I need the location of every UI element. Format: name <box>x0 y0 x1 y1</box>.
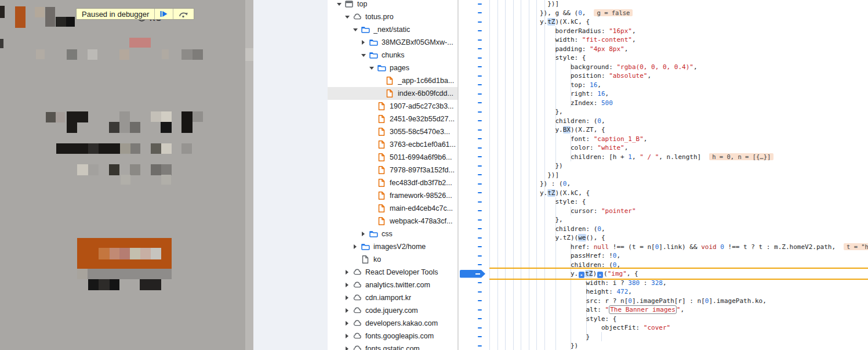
code-line[interactable]: children: (0, <box>540 225 868 234</box>
gutter-line-marker[interactable] <box>478 75 482 77</box>
gutter-line-marker[interactable] <box>478 174 482 175</box>
gutter-line-marker[interactable] <box>478 48 482 49</box>
tree-item-2451-9e32b55d27[interactable]: 2451-9e32b55d27... <box>328 113 457 125</box>
gutter-line-marker[interactable] <box>478 318 482 319</box>
code-line[interactable]: href: null !== (t = n[0].link) && void 0… <box>540 243 868 252</box>
tree-item-top[interactable]: top <box>328 0 457 10</box>
tree-item-pages[interactable]: pages <box>328 62 457 74</box>
gutter-line-marker[interactable] <box>478 201 482 203</box>
gutter-line-marker[interactable] <box>478 129 482 131</box>
tree-item-code-jquery-com[interactable]: code.jquery.com <box>328 304 457 317</box>
tree-item-main-ed4ceb4c7c[interactable]: main-ed4ceb4c7c... <box>328 202 457 215</box>
gutter-line-marker[interactable] <box>478 147 482 149</box>
code-line[interactable]: })] <box>540 171 868 180</box>
code-line[interactable]: height: 472, <box>540 287 868 297</box>
gutter-line-marker[interactable] <box>478 165 482 167</box>
gutter-line-marker[interactable] <box>478 228 482 229</box>
code-line[interactable]: zIndex: 500 <box>540 99 868 108</box>
code-line[interactable]: }) <box>540 341 868 350</box>
tree-item-app-1c66d1ba[interactable]: _app-1c66d1ba... <box>328 74 457 87</box>
tree-item-1907-ad5c27c3b3[interactable]: 1907-ad5c27c3b3... <box>328 100 457 113</box>
code-line[interactable]: }) : (0, <box>540 179 868 189</box>
code-line[interactable]: borderRadius: "16px", <box>540 27 868 36</box>
code-line[interactable]: } <box>540 333 868 342</box>
chevron-collapsed-icon[interactable] <box>343 321 351 326</box>
gutter-line-marker[interactable] <box>478 138 482 139</box>
chevron-expanded-icon[interactable] <box>351 28 359 31</box>
chevron-expanded-icon[interactable] <box>343 16 351 19</box>
chevron-expanded-icon[interactable] <box>359 54 367 57</box>
chevron-collapsed-icon[interactable] <box>359 232 367 236</box>
code-line[interactable]: })] <box>540 0 868 9</box>
tree-item-webpack-478a3cf[interactable]: webpack-478a3cf... <box>328 215 457 228</box>
code-line[interactable]: passHref: !0, <box>540 251 868 261</box>
code-line[interactable]: right: 16, <box>540 89 868 99</box>
tree-item-38mgzbxf05gmxw[interactable]: 38MGZBxf05GMxw-... <box>328 36 457 49</box>
code-line[interactable]: }), g && (0,g = false <box>540 9 868 18</box>
code-line[interactable]: padding: "4px 8px", <box>540 45 868 54</box>
tree-item-analytics-twitter-com[interactable]: analytics.twitter.com <box>328 279 457 291</box>
gutter-line-marker[interactable] <box>478 93 482 95</box>
tree-item-next-static[interactable]: _next/static <box>328 23 457 36</box>
code-content[interactable]: })]}), g && (0,g = falsey.tZ)(X.kC, { bo… <box>540 0 868 350</box>
code-line[interactable]: color: "white", <box>540 143 868 153</box>
gutter-line-marker[interactable] <box>478 21 482 23</box>
gutter-line-marker[interactable] <box>478 120 482 121</box>
chevron-expanded-icon[interactable] <box>335 3 343 6</box>
tree-item-3055-58c5470e3[interactable]: 3055-58c5470e3... <box>328 125 457 138</box>
tree-item-cdn-iamport-kr[interactable]: cdn.iamport.kr <box>328 291 457 304</box>
code-line[interactable]: cursor: "pointer" <box>540 207 868 216</box>
tree-item-imagesv2-home[interactable]: imagesV2/home <box>328 240 457 253</box>
gutter-line-marker[interactable] <box>478 57 482 59</box>
code-line[interactable]: background: "rgba(0, 0, 0, 0.4)", <box>540 63 868 72</box>
gutter-line-marker[interactable] <box>478 39 482 41</box>
gutter-line-marker[interactable] <box>478 111 482 113</box>
tree-item-fec483df-db3f7b2[interactable]: fec483df-db3f7b2... <box>328 176 457 189</box>
gutter-line-marker[interactable] <box>478 255 482 257</box>
code-line[interactable]: children: (0, <box>540 117 868 126</box>
chevron-collapsed-icon[interactable] <box>351 244 359 249</box>
code-line[interactable]: style: { <box>540 315 868 324</box>
code-line[interactable]: y.tZ)(X.kC, { <box>540 17 868 27</box>
gutter-line-marker[interactable] <box>478 336 482 337</box>
continue-here-icon[interactable]: ▸ <box>597 272 603 278</box>
gutter-line-marker[interactable] <box>478 84 482 85</box>
chevron-collapsed-icon[interactable] <box>343 283 351 287</box>
tree-item-totus-pro[interactable]: totus.pro <box>328 10 457 23</box>
chevron-collapsed-icon[interactable] <box>343 295 351 300</box>
tree-item-fonts-googleapis-com[interactable]: fonts.googleapis.com <box>328 330 457 342</box>
gutter-line-marker[interactable] <box>478 219 482 221</box>
chevron-collapsed-icon[interactable] <box>343 334 351 338</box>
gutter-line-marker[interactable] <box>478 237 482 239</box>
gutter-line-marker[interactable] <box>478 309 482 311</box>
code-line[interactable]: alt: "The Banner images", <box>540 305 868 315</box>
line-gutter[interactable] <box>459 0 489 350</box>
tree-item-chunks[interactable]: chunks <box>328 49 457 62</box>
code-line[interactable]: children: (0, <box>540 261 868 270</box>
code-line[interactable]: y.tZ)(X.kC, { <box>540 189 868 198</box>
tree-item-fonts-gstatic-com[interactable]: fonts.gstatic.com <box>328 342 457 350</box>
code-line[interactable]: y.BX)(X.ZT, { <box>540 125 868 135</box>
gutter-line-marker[interactable] <box>478 345 482 347</box>
gutter-line-marker[interactable] <box>478 12 482 13</box>
tree-item-framework-98526[interactable]: framework-98526... <box>328 189 457 202</box>
code-line[interactable]: src: r ? n[0].imagePath[r] : n[0].imageP… <box>540 297 868 306</box>
gutter-line-marker[interactable] <box>478 102 482 103</box>
code-line[interactable]: y.tZ)(we(), { <box>540 233 868 243</box>
gutter-line-marker[interactable] <box>478 264 482 265</box>
code-line[interactable]: position: "absolute", <box>540 71 868 81</box>
chevron-collapsed-icon[interactable] <box>343 308 351 313</box>
gutter-line-marker[interactable] <box>478 291 482 293</box>
code-line[interactable]: width: "fit-content", <box>540 35 868 45</box>
code-line[interactable]: children: [h + 1, " / ", n.length]h = 0,… <box>540 153 868 162</box>
code-line[interactable]: y.▸tZ)▸("img", { <box>540 269 868 279</box>
tree-item-3763-ecbc1ef0a61[interactable]: 3763-ecbc1ef0a61... <box>328 138 457 151</box>
tree-item-7978-897f3a152fd[interactable]: 7978-897f3a152fd... <box>328 164 457 176</box>
gutter-line-marker[interactable] <box>478 300 482 301</box>
gutter-line-marker[interactable] <box>478 282 482 283</box>
tree-item-ko[interactable]: ko <box>328 253 457 266</box>
tree-item-developers-kakao-com[interactable]: developers.kakao.com <box>328 317 457 330</box>
gutter-line-marker[interactable] <box>478 246 482 247</box>
tree-item-5011-6994a6f9b6[interactable]: 5011-6994a6f9b6... <box>328 151 457 164</box>
resume-script-button[interactable] <box>154 9 173 19</box>
